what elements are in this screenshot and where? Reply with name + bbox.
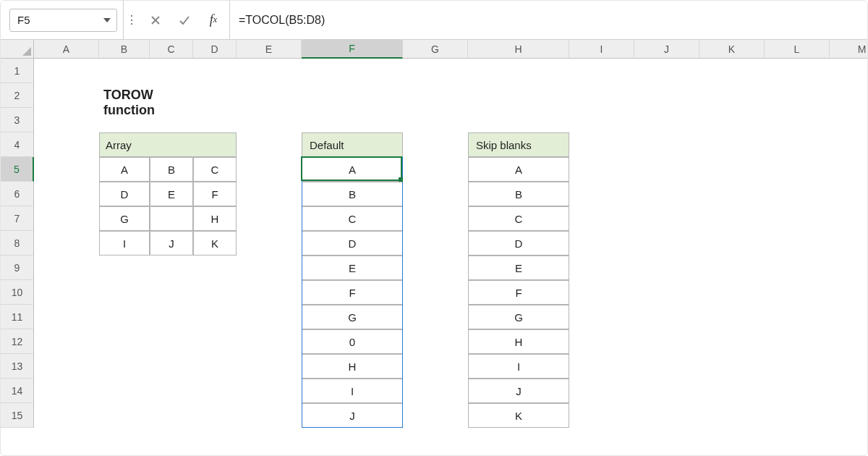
row-header[interactable]: 7 — [1, 206, 34, 231]
row-headers: 123456789101112131415 — [1, 59, 34, 428]
column-header[interactable]: L — [765, 40, 830, 59]
name-box-text: F5 — [17, 14, 30, 26]
cancel-icon[interactable] — [145, 10, 166, 30]
row-header[interactable]: 3 — [1, 108, 34, 132]
skip-cell[interactable]: D — [468, 231, 569, 256]
skip-cell[interactable]: A — [468, 157, 569, 182]
column-header[interactable]: E — [237, 40, 302, 59]
array-header[interactable]: Array — [99, 132, 237, 157]
row-header[interactable]: 15 — [1, 403, 34, 428]
array-cell[interactable]: I — [99, 231, 150, 256]
default-cell[interactable]: A — [302, 157, 403, 182]
row-header[interactable]: 9 — [1, 256, 34, 280]
skip-cell[interactable]: G — [468, 305, 569, 329]
column-header[interactable]: B — [99, 40, 150, 59]
skip-cell[interactable]: C — [468, 206, 569, 231]
column-header[interactable]: G — [403, 40, 468, 59]
column-header[interactable]: M — [830, 40, 868, 59]
column-header[interactable]: K — [699, 40, 765, 59]
skip-cell[interactable]: E — [468, 256, 569, 280]
row-header[interactable]: 14 — [1, 379, 34, 403]
default-cell[interactable]: 0 — [302, 329, 403, 354]
row-header[interactable]: 4 — [1, 132, 34, 157]
default-cell[interactable]: E — [302, 256, 403, 280]
row-header[interactable]: 5 — [1, 157, 34, 182]
default-cell[interactable]: J — [302, 403, 403, 428]
page-title: TOROW function — [103, 88, 155, 118]
default-cell[interactable]: F — [302, 280, 403, 305]
array-cell[interactable]: J — [150, 231, 193, 256]
skip-cell[interactable]: B — [468, 182, 569, 206]
default-cell[interactable]: D — [302, 231, 403, 256]
row-header[interactable]: 13 — [1, 354, 34, 379]
app-window: F5 ⋮ fx ABCDEFGHIJKLM 123456789101112131… — [0, 0, 868, 456]
column-header[interactable]: J — [634, 40, 699, 59]
skip-cell[interactable]: H — [468, 329, 569, 354]
chevron-down-icon — [103, 18, 111, 22]
skip-header[interactable]: Skip blanks — [468, 132, 569, 157]
row-header[interactable]: 6 — [1, 182, 34, 206]
skip-cell[interactable]: F — [468, 280, 569, 305]
array-cell[interactable]: E — [150, 182, 193, 206]
name-box[interactable]: F5 — [9, 9, 117, 32]
spreadsheet-grid[interactable]: ABCDEFGHIJKLM 123456789101112131415 TORO… — [1, 40, 867, 455]
array-cell[interactable]: B — [150, 157, 193, 182]
row-header[interactable]: 11 — [1, 305, 34, 329]
column-header[interactable]: H — [468, 40, 569, 59]
default-cell[interactable]: I — [302, 379, 403, 403]
array-cell[interactable] — [150, 206, 193, 231]
array-cell[interactable]: G — [99, 206, 150, 231]
array-cell[interactable]: D — [99, 182, 150, 206]
formula-input[interactable] — [230, 1, 867, 39]
default-cell[interactable]: G — [302, 305, 403, 329]
default-cell[interactable]: H — [302, 354, 403, 379]
skip-cell[interactable]: J — [468, 379, 569, 403]
insert-function-icon[interactable]: fx — [203, 10, 224, 30]
row-header[interactable]: 8 — [1, 231, 34, 256]
default-cell[interactable]: B — [302, 182, 403, 206]
column-headers: ABCDEFGHIJKLM — [34, 40, 868, 59]
column-header[interactable]: A — [34, 40, 99, 59]
name-box-wrap: F5 — [1, 1, 124, 39]
drag-handle-icon[interactable]: ⋮ — [124, 1, 140, 39]
skip-cell[interactable]: I — [468, 354, 569, 379]
row-header[interactable]: 2 — [1, 83, 34, 108]
default-cell[interactable]: C — [302, 206, 403, 231]
column-header[interactable]: C — [150, 40, 193, 59]
select-all-corner[interactable] — [1, 40, 34, 59]
default-header[interactable]: Default — [302, 132, 403, 157]
column-header[interactable]: I — [569, 40, 634, 59]
skip-cell[interactable]: K — [468, 403, 569, 428]
array-cell[interactable]: C — [193, 157, 237, 182]
formula-bar: F5 ⋮ fx — [1, 1, 867, 40]
array-cell[interactable]: H — [193, 206, 237, 231]
row-header[interactable]: 10 — [1, 280, 34, 305]
column-header[interactable]: D — [193, 40, 237, 59]
row-header[interactable]: 1 — [1, 59, 34, 83]
enter-icon[interactable] — [174, 10, 195, 30]
array-cell[interactable]: K — [193, 231, 237, 256]
array-cell[interactable]: A — [99, 157, 150, 182]
formula-bar-buttons: fx — [140, 1, 230, 39]
column-header[interactable]: F — [302, 40, 403, 59]
row-header[interactable]: 12 — [1, 329, 34, 354]
array-cell[interactable]: F — [193, 182, 237, 206]
